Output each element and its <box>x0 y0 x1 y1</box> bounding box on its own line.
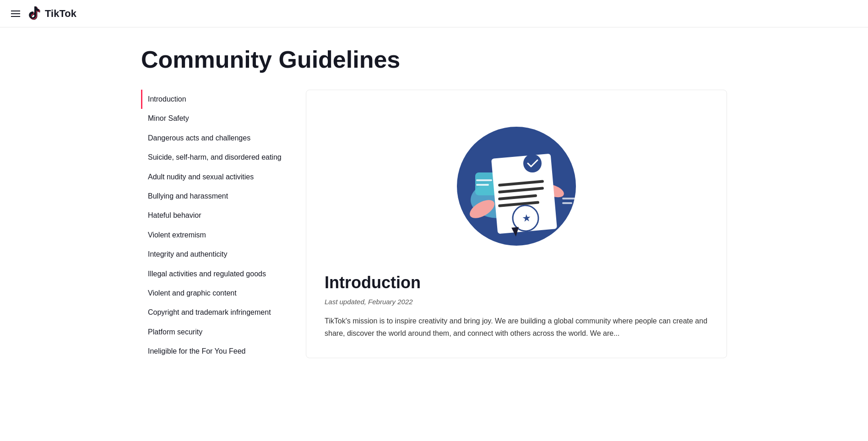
tiktok-logo-icon <box>27 6 42 21</box>
sidebar-item-copyright[interactable]: Copyright and trademark infringement <box>141 303 288 322</box>
svg-rect-15 <box>476 184 489 186</box>
intro-text: TikTok's mission is to inspire creativit… <box>325 315 708 339</box>
svg-point-12 <box>523 154 542 172</box>
page-title: Community Guidelines <box>141 46 727 73</box>
sidebar-nav: IntroductionMinor SafetyDangerous acts a… <box>141 90 288 361</box>
sidebar-item-minor-safety[interactable]: Minor Safety <box>141 109 288 128</box>
content-card: ★ Introduction Last upda <box>306 90 727 358</box>
site-header: TikTok <box>0 0 868 27</box>
illustration-container: ★ <box>325 108 708 255</box>
sidebar-item-dangerous-acts[interactable]: Dangerous acts and challenges <box>141 129 288 148</box>
sidebar-item-ineligible[interactable]: Ineligible for the For You Feed <box>141 342 288 361</box>
document-illustration: ★ <box>448 108 585 255</box>
sidebar-item-illegal-activities[interactable]: Illegal activities and regulated goods <box>141 264 288 284</box>
menu-icon[interactable] <box>11 11 20 17</box>
section-title: Introduction <box>325 273 708 292</box>
sidebar-item-violent-extremism[interactable]: Violent extremism <box>141 226 288 245</box>
sidebar-item-platform-security[interactable]: Platform security <box>141 323 288 342</box>
sidebar-item-suicide-self-harm[interactable]: Suicide, self-harm, and disordered eatin… <box>141 148 288 167</box>
svg-rect-17 <box>562 202 572 204</box>
svg-text:★: ★ <box>521 212 532 224</box>
last-updated-text: Last updated, February 2022 <box>325 298 708 306</box>
logo-text: TikTok <box>45 8 76 20</box>
svg-rect-14 <box>476 179 492 181</box>
sidebar-item-introduction[interactable]: Introduction <box>141 90 288 109</box>
sidebar-item-integrity[interactable]: Integrity and authenticity <box>141 245 288 264</box>
svg-rect-16 <box>562 198 576 199</box>
sidebar-item-bullying[interactable]: Bullying and harassment <box>141 187 288 206</box>
main-content: ★ Introduction Last upda <box>306 90 727 361</box>
sidebar-item-violent-graphic[interactable]: Violent and graphic content <box>141 284 288 303</box>
sidebar-item-hateful-behavior[interactable]: Hateful behavior <box>141 206 288 225</box>
logo-container[interactable]: TikTok <box>27 6 76 21</box>
sidebar-item-adult-nudity[interactable]: Adult nudity and sexual activities <box>141 167 288 187</box>
